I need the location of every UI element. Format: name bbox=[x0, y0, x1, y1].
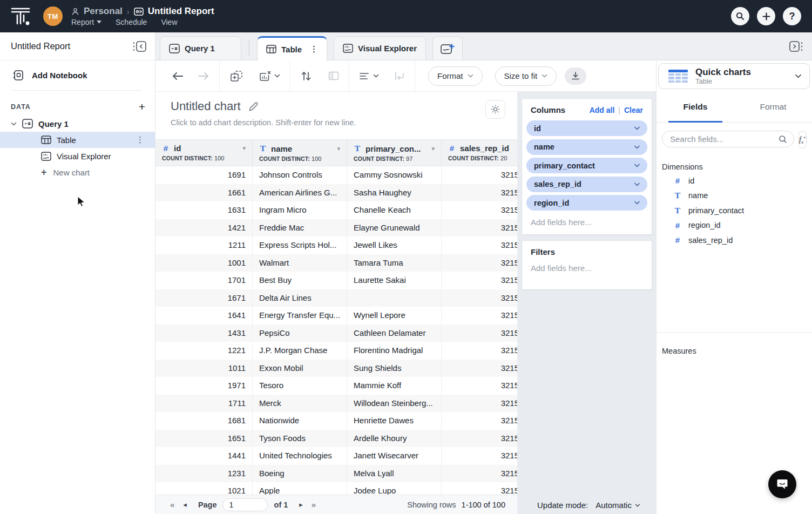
format-button[interactable]: Format bbox=[428, 66, 483, 86]
filters-card: Filters Add fields here... bbox=[522, 240, 652, 290]
column-pill-sales_rep_id[interactable]: sales_rep_id bbox=[526, 177, 647, 192]
undo-button[interactable] bbox=[168, 69, 187, 84]
item-menu-icon[interactable]: ⋮ bbox=[136, 135, 144, 145]
sidebar-item-query1[interactable]: Query 1 bbox=[0, 116, 155, 132]
add-button[interactable] bbox=[757, 7, 775, 25]
table-row[interactable]: 1231BoeingMelva Lyall3215 bbox=[155, 465, 517, 483]
table-row[interactable]: 1431PepsiCoCathleen Delamater3215 bbox=[155, 324, 517, 342]
menu-report[interactable]: Report bbox=[71, 18, 102, 26]
tab-query1[interactable]: Query 1 bbox=[160, 36, 241, 60]
column-menu-caret[interactable]: ▾ bbox=[242, 145, 246, 152]
add-data-button[interactable]: + bbox=[139, 103, 145, 111]
previous-page-button[interactable]: ◂ bbox=[179, 501, 191, 509]
table-row[interactable]: 1661American Airlines G...Sasha Haughey3… bbox=[155, 184, 517, 202]
avatar[interactable]: TM bbox=[43, 6, 63, 26]
filters-add-fields-placeholder[interactable]: Add fields here... bbox=[526, 256, 647, 277]
table-row[interactable]: 1671Delta Air Lines3215 bbox=[155, 289, 517, 307]
field-item-region_id[interactable]: #region_id bbox=[657, 218, 812, 233]
tab-table[interactable]: Table ⋮ bbox=[257, 36, 327, 60]
table-row[interactable]: 1691Johnson ControlsCammy Sosnowski3215 bbox=[155, 166, 517, 184]
field-item-primary_contact[interactable]: Tprimary_contact bbox=[657, 203, 812, 218]
add-all-link[interactable]: Add all bbox=[590, 106, 615, 114]
new-chart-button[interactable]: + New chart bbox=[0, 164, 155, 180]
table-row[interactable]: 1681NationwideHenriette Dawes3215 bbox=[155, 412, 517, 430]
tab-menu-icon[interactable]: ⋮ bbox=[310, 44, 318, 54]
clear-link[interactable]: Clear bbox=[624, 106, 643, 114]
help-button[interactable]: ? bbox=[783, 7, 801, 25]
table-cell: 3215 bbox=[442, 324, 517, 342]
remove-column-button[interactable] bbox=[255, 67, 283, 85]
text-type-icon: T bbox=[674, 206, 681, 215]
table-row[interactable]: 1971TesoroMammie Koff3215 bbox=[155, 377, 517, 395]
collapse-sidebar-icon[interactable] bbox=[132, 40, 147, 53]
column-header-sales_rep_id[interactable]: #sales_rep_idCOUNT DISTINCT: 20 bbox=[442, 140, 517, 166]
table-row[interactable]: 1711MerckWillodean Steinberg...3215 bbox=[155, 395, 517, 412]
table-row[interactable]: 1631Ingram MicroChanelle Keach3215 bbox=[155, 201, 517, 219]
add-formula-button[interactable]: fx+ bbox=[799, 131, 807, 148]
update-mode-select[interactable]: Automatic bbox=[596, 501, 640, 510]
table-row[interactable]: 1641Energy Transfer Equ...Wynell Lepore3… bbox=[155, 307, 517, 324]
redo-button[interactable] bbox=[194, 69, 213, 84]
column-pill-id[interactable]: id bbox=[526, 120, 647, 136]
page-number-input[interactable] bbox=[222, 498, 268, 511]
table-cell: Ingram Micro bbox=[253, 201, 347, 219]
search-button[interactable] bbox=[731, 7, 749, 25]
table-cell: 1431 bbox=[155, 324, 253, 342]
first-page-button[interactable]: « bbox=[165, 500, 179, 509]
menu-view[interactable]: View bbox=[161, 18, 177, 26]
breadcrumb-workspace[interactable]: Personal bbox=[84, 6, 123, 17]
table-row[interactable]: 1441United TechnologiesJanett Wisecarver… bbox=[155, 447, 517, 465]
table-row[interactable]: 1211Express Scripts Hol...Jewell Likes32… bbox=[155, 236, 517, 254]
next-page-button[interactable]: ▸ bbox=[295, 501, 307, 509]
tab-fields[interactable]: Fields bbox=[657, 92, 734, 122]
chart-settings-button[interactable] bbox=[485, 100, 505, 119]
support-chat-button[interactable] bbox=[768, 470, 796, 498]
app-logo-icon[interactable] bbox=[10, 5, 31, 27]
field-item-name[interactable]: Tname bbox=[657, 188, 812, 204]
table-row[interactable]: 1701Best BuyLaurette Sakai3215 bbox=[155, 272, 517, 289]
add-chart-tab-button[interactable] bbox=[432, 36, 463, 60]
column-pill-name[interactable]: name bbox=[526, 139, 647, 155]
menu-schedule[interactable]: Schedule bbox=[116, 18, 147, 26]
tab-format[interactable]: Format bbox=[734, 92, 812, 122]
field-item-id[interactable]: #id bbox=[657, 173, 812, 188]
freeze-column-button[interactable] bbox=[325, 68, 342, 84]
column-pill-primary_contact[interactable]: primary_contact bbox=[526, 158, 647, 173]
add-column-button[interactable] bbox=[226, 67, 247, 85]
sidebar-item-visual-explorer[interactable]: Visual Explorer bbox=[0, 148, 155, 164]
column-header-name[interactable]: Tname▾COUNT DISTINCT: 100 bbox=[253, 140, 347, 166]
download-button[interactable] bbox=[565, 67, 586, 85]
table-row[interactable]: 1011Exxon MobilSung Shields3215 bbox=[155, 360, 517, 377]
search-fields-input[interactable] bbox=[669, 134, 779, 144]
column-header-primary_con[interactable]: Tprimary_con...▾COUNT DISTINCT: 97 bbox=[347, 140, 442, 166]
quick-charts-selector[interactable]: Quick charts Table bbox=[658, 63, 810, 89]
sort-button[interactable] bbox=[297, 67, 315, 85]
column-menu-caret[interactable]: ▾ bbox=[431, 145, 435, 152]
size-to-fit-button[interactable]: Size to fit bbox=[495, 66, 557, 86]
measures-label: Measures bbox=[662, 347, 812, 355]
add-notebook-button[interactable]: Add Notebook bbox=[0, 60, 155, 89]
field-item-sales_rep_id[interactable]: #sales_rep_id bbox=[657, 233, 812, 248]
table-row[interactable]: 1421Freddie MacElayne Grunewald3215 bbox=[155, 219, 517, 237]
columns-add-fields-placeholder[interactable]: Add fields here... bbox=[526, 211, 647, 231]
last-page-button[interactable]: » bbox=[307, 500, 321, 509]
text-wrap-button[interactable] bbox=[391, 68, 408, 84]
align-button[interactable] bbox=[356, 69, 382, 84]
expand-panel-icon[interactable] bbox=[788, 40, 804, 53]
chart-title[interactable]: Untitled chart bbox=[171, 99, 241, 113]
column-header-id[interactable]: #id▾COUNT DISTINCT: 100 bbox=[155, 140, 253, 166]
column-pill-region_id[interactable]: region_id bbox=[526, 195, 647, 211]
query-icon bbox=[169, 44, 180, 53]
column-menu-caret[interactable]: ▾ bbox=[337, 145, 340, 152]
chart-description-placeholder[interactable]: Click to add chart description. Shift-en… bbox=[171, 118, 517, 127]
breadcrumb-report-title[interactable]: Untitled Report bbox=[148, 6, 214, 17]
sidebar-item-table[interactable]: Table ⋮ bbox=[0, 132, 155, 148]
edit-pencil-icon[interactable] bbox=[248, 102, 259, 112]
table-row[interactable]: 1221J.P. Morgan ChaseFlorentino Madrigal… bbox=[155, 342, 517, 360]
table-row[interactable]: 1001WalmartTamara Tuma3215 bbox=[155, 254, 517, 272]
tab-visual-explorer[interactable]: Visual Explorer bbox=[334, 36, 426, 60]
table-row[interactable]: 1651Tyson FoodsArdelle Khoury3215 bbox=[155, 430, 517, 448]
search-fields-box[interactable] bbox=[662, 131, 794, 147]
table-cell: Energy Transfer Equ... bbox=[253, 307, 347, 324]
table-row[interactable]: 1021AppleJodee Lupo3215 bbox=[155, 482, 517, 495]
